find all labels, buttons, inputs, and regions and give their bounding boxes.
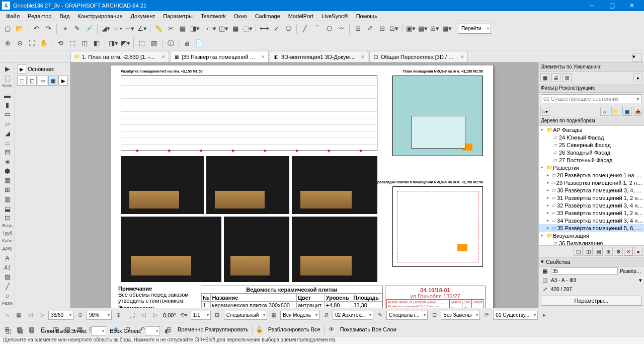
measure-icon[interactable]: 📏 (153, 23, 164, 34)
menu-помощь[interactable]: Помощь (352, 12, 382, 20)
tab-close-icon[interactable]: ✕ (261, 54, 265, 59)
redo-icon[interactable]: ↷ (43, 23, 54, 34)
nav-mode-proj[interactable]: ⌂ (600, 107, 609, 116)
nav-arrow-icon[interactable]: ▶ (17, 64, 26, 74)
prop-icon[interactable]: ⊟ (376, 23, 387, 34)
print-icon[interactable]: 🖨 (182, 38, 193, 49)
tree-item[interactable]: ▸▱32 Развёртка помещений 3, 4 на отм.+0, (539, 201, 644, 209)
def-icon-2[interactable]: 🖨 (551, 73, 560, 82)
menu-вид[interactable]: Вид (55, 12, 73, 20)
inject-icon[interactable]: 💉 (84, 23, 95, 34)
special-combo[interactable]: Специальный (224, 311, 267, 320)
drawing-canvas[interactable]: Развёртка помещения №5 на отм. +3,150 М1… (70, 62, 538, 308)
menu-файл[interactable]: Файл (2, 12, 24, 20)
vo-fit-icon[interactable]: ⛶ (127, 310, 137, 320)
vo-c5-icon[interactable]: ⊟ (429, 310, 439, 320)
trace2-icon[interactable]: ◨▾ (108, 38, 119, 49)
special2-combo[interactable]: Специальн... (386, 311, 428, 320)
undo-icon[interactable]: ↶ (31, 23, 42, 34)
poly-icon[interactable]: ⬡ (324, 23, 335, 34)
line-icon[interactable]: ╱ (299, 23, 310, 34)
tab-list-icon[interactable]: ▾ (632, 53, 642, 62)
tree-del-icon[interactable]: ✕ (624, 247, 633, 256)
label-icon[interactable]: ⎔ (283, 23, 294, 34)
tree-item[interactable]: ▾📁Развёртки (539, 164, 644, 171)
tree-up-icon[interactable]: ▤ (594, 247, 603, 256)
stair-tool-icon[interactable]: ▤ (2, 148, 14, 157)
tab-close-icon[interactable]: ✕ (460, 54, 464, 59)
tree-item[interactable]: ▱36 Визуализация (539, 239, 644, 245)
zoom-in-icon[interactable]: ⊕ (2, 38, 13, 49)
tree-item[interactable]: ▸▱33 Развёртка помещений 1, 2 на отм.+3, (539, 209, 644, 217)
tree-item[interactable]: ▾📁АР Фасады (539, 126, 644, 133)
menu-документ[interactable]: Документ (127, 12, 159, 20)
plot-icon[interactable]: 📄 (194, 38, 205, 49)
opt2-icon[interactable]: ▤▾ (417, 23, 428, 34)
li-2-icon[interactable]: ▤ (15, 326, 25, 336)
vo-zoomin-icon[interactable]: ⊕ (113, 310, 123, 320)
nav-mode-pub[interactable]: 📤 (633, 107, 642, 116)
window-tool-icon[interactable]: ⊡ (2, 214, 14, 223)
document-tab[interactable]: ◫Общая Перспектива [3D / Все]✕ (369, 51, 468, 62)
grid-icon[interactable]: ⊹▾ (124, 23, 135, 34)
vo-prev-icon[interactable]: ◁ (138, 310, 148, 320)
guide-icon[interactable]: ◢▾ (100, 23, 111, 34)
trace-icon[interactable]: ◨▾ (189, 23, 200, 34)
menu-конструирование[interactable]: Конструирование (73, 12, 126, 20)
sel-mode-3[interactable]: ▭ (38, 76, 47, 86)
pan-icon[interactable]: ✋ (38, 38, 49, 49)
sel-mode-4[interactable]: ▦ (48, 76, 58, 86)
tree-item[interactable]: ▱24 Южный Фасад (539, 133, 644, 141)
tree-dup-icon[interactable]: ⊞ (604, 247, 613, 256)
view2-icon[interactable]: ◫▾ (218, 23, 229, 34)
vo-c3-icon[interactable]: ⇵ (321, 310, 331, 320)
opt3-icon[interactable]: ⊞▾ (429, 23, 440, 34)
close-button[interactable]: ✕ (622, 0, 642, 11)
parameters-button[interactable]: Параметры... (541, 296, 642, 306)
view3-icon[interactable]: ▦ (230, 23, 241, 34)
label-tool-icon[interactable]: A1 (2, 263, 14, 272)
vo-next-icon[interactable]: ▷ (150, 310, 160, 320)
curtain-tool-icon[interactable]: ▥ (2, 195, 14, 204)
qb-unlock-icon[interactable]: 🔓 (255, 324, 265, 334)
line-tool-icon[interactable]: ╱ (2, 282, 14, 291)
vo-right-icon[interactable]: ▷ (37, 310, 47, 320)
tree-item[interactable]: ▸▱28 Развёртка помещения 1 на отм.-2,830 (539, 171, 644, 179)
dim2-icon[interactable]: ⤢ (271, 23, 282, 34)
vo-c1-icon[interactable]: ⊞ (212, 310, 222, 320)
vo-c4-icon[interactable]: ✎ (375, 310, 385, 320)
fill-tool-icon[interactable]: ▨ (2, 272, 14, 282)
prop-id-input[interactable] (551, 267, 618, 274)
zoom-out-icon[interactable]: ⊖ (14, 38, 25, 49)
tree-new-icon[interactable]: ▢ (574, 247, 583, 256)
menu-modelport[interactable]: ModelPort (284, 12, 317, 20)
menu-livesync®[interactable]: LiveSync® (317, 12, 352, 20)
tree-set-icon[interactable]: ⚙ (614, 247, 623, 256)
marq2-icon[interactable]: ▨ (148, 38, 159, 49)
vo-c6-icon[interactable]: ⟳ (481, 310, 492, 320)
menu-окно[interactable]: Окно (230, 12, 251, 20)
page-combo[interactable]: 36/60 (48, 311, 73, 320)
3dview-icon[interactable]: ⬚ (67, 38, 78, 49)
nav-mode-1[interactable]: ⌂▾ (540, 107, 549, 116)
wall-tool-icon[interactable]: ▬ (2, 91, 14, 100)
tab-close-icon[interactable]: ✕ (361, 54, 365, 59)
arch-combo[interactable]: 02 Архитек... (333, 311, 373, 320)
minimize-button[interactable]: ─ (582, 0, 602, 11)
all-layers-combo[interactable] (145, 326, 160, 335)
menu-teamwork[interactable]: Teamwork (197, 12, 230, 20)
slab-tool-icon[interactable]: ▱ (2, 119, 14, 128)
document-tab[interactable]: 📁1. План на отм. -2,830 [1. -2,830]✕ (70, 51, 169, 62)
def-icon-4[interactable]: ▸ (633, 73, 642, 82)
zoom-combo[interactable]: 90% (87, 311, 112, 320)
morph-tool-icon[interactable]: ◈ (2, 157, 14, 166)
opt1-icon[interactable]: ▣▾ (405, 23, 416, 34)
tree-item[interactable]: ▸▱31 Развёртка помещений 1, 2 на отм.+0, (539, 194, 644, 201)
goto-combo[interactable]: Перейти (458, 24, 491, 34)
nav-mode-view[interactable]: 📁 (611, 107, 620, 116)
trace3-icon[interactable]: ◩▾ (120, 38, 131, 49)
menu-параметры[interactable]: Параметры (159, 12, 197, 20)
exist-combo[interactable]: 01 Существу... (493, 311, 538, 320)
layers-icon[interactable]: ▤ (177, 23, 188, 34)
nav-mode-layout[interactable]: ▦ (622, 107, 631, 116)
